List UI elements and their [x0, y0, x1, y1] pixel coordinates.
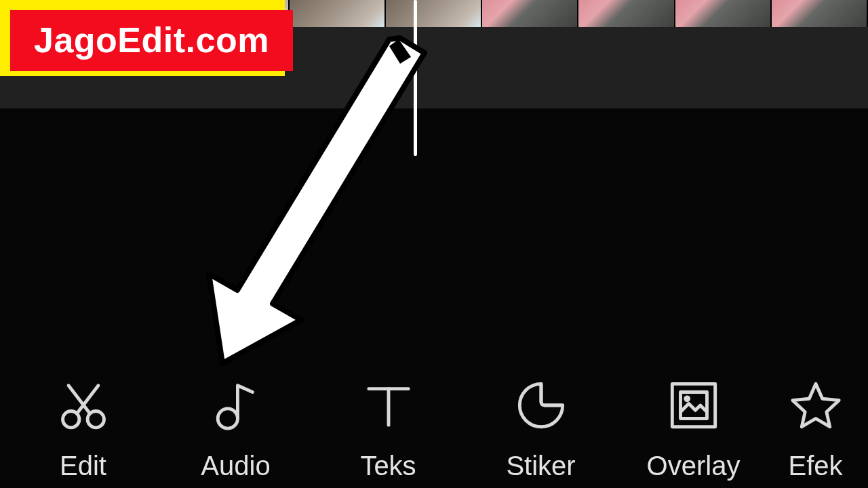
- watermark-label: JagoEdit.com: [10, 10, 293, 71]
- edit-button[interactable]: Edit: [7, 379, 159, 481]
- timeline-clip[interactable]: [772, 0, 868, 27]
- sticker-icon: [515, 379, 568, 432]
- stiker-button[interactable]: Stiker: [465, 379, 617, 481]
- audio-label: Audio: [201, 451, 270, 481]
- svg-point-9: [685, 397, 688, 401]
- efek-button[interactable]: Efek: [770, 379, 861, 481]
- timeline-clip[interactable]: [482, 0, 578, 27]
- audio-button[interactable]: Audio: [159, 379, 312, 481]
- svg-marker-10: [792, 384, 838, 426]
- bottom-toolbar: Edit Audio Teks Stiker: [0, 366, 868, 485]
- svg-point-4: [218, 409, 237, 428]
- teks-button[interactable]: Teks: [312, 379, 465, 481]
- teks-label: Teks: [360, 451, 416, 481]
- stiker-label: Stiker: [506, 451, 575, 481]
- edit-label: Edit: [60, 451, 106, 481]
- playhead[interactable]: [414, 0, 417, 156]
- efek-label: Efek: [788, 451, 842, 481]
- star-icon: [789, 379, 842, 432]
- timeline-clip[interactable]: [386, 0, 482, 27]
- text-icon: [362, 379, 415, 432]
- music-note-icon: [210, 379, 262, 432]
- timeline-clip[interactable]: [290, 0, 386, 27]
- timeline-clip[interactable]: [675, 0, 772, 27]
- overlay-label: Overlay: [647, 451, 741, 481]
- svg-rect-7: [672, 384, 715, 426]
- svg-rect-8: [680, 392, 707, 419]
- overlay-button[interactable]: Overlay: [617, 379, 770, 481]
- timeline-clip[interactable]: [578, 0, 675, 27]
- scissors-icon: [57, 379, 110, 432]
- overlay-icon: [667, 379, 720, 432]
